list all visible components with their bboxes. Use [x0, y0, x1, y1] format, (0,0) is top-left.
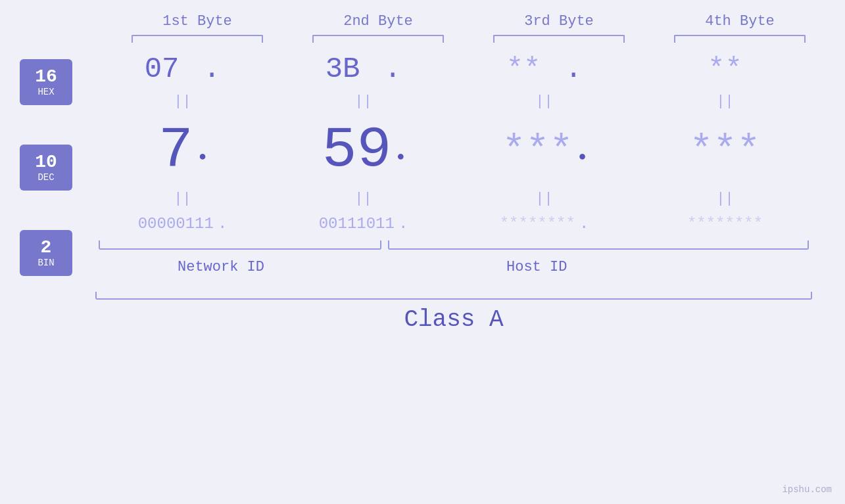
dec-num: 10	[35, 152, 57, 173]
dec-cell-1: 7 ●	[110, 118, 255, 183]
hex-label: HEX	[37, 87, 54, 97]
dec-val-2: 59	[322, 118, 392, 183]
network-id-bracket	[99, 241, 381, 250]
dec-dot-1: ●	[199, 149, 206, 164]
hex-val-2: 3B	[326, 53, 360, 85]
eq1-3: ||	[472, 93, 617, 110]
bin-cell-1: 00000111 .	[110, 215, 255, 233]
dec-dot-2: ●	[397, 149, 404, 164]
bin-dot-2: .	[398, 215, 408, 233]
dec-dot-3: ●	[579, 149, 587, 164]
byte1-header: 1st Byte	[125, 13, 270, 30]
values-area: 07 . 3B . ** . ** || || ||	[92, 46, 815, 333]
eq1-2: ||	[291, 93, 436, 110]
bin-dot-1: .	[218, 215, 227, 233]
byte4-header: 4th Byte	[667, 13, 812, 30]
eq2-2: ||	[291, 191, 436, 207]
eq1-1: ||	[110, 93, 255, 110]
dec-label: DEC	[37, 172, 54, 183]
hex-val-1: 07	[145, 53, 180, 85]
dec-val-4: ***	[689, 128, 760, 173]
bracket-byte2	[312, 35, 444, 43]
hex-cell-2: 3B .	[291, 53, 436, 85]
hex-val-3: **	[506, 53, 541, 85]
class-bracket	[95, 292, 812, 300]
bin-val-3: ********	[500, 215, 575, 233]
bin-label: BIN	[37, 258, 54, 268]
equals-row-2: || || || ||	[92, 189, 815, 208]
hex-dot-3: .	[548, 53, 583, 85]
eq2-4: ||	[653, 191, 798, 207]
bin-row: 00000111 . 00111011 . ******** . *******…	[92, 208, 815, 239]
hex-badge: 16 HEX	[20, 59, 72, 105]
dec-cell-2: 59 ●	[291, 118, 436, 183]
dec-row: 7 ● 59 ● *** ● ***	[92, 111, 815, 189]
hex-val-4: **	[708, 53, 742, 85]
bin-val-2: 00111011	[319, 215, 395, 233]
bracket-byte4	[674, 35, 806, 43]
bin-dot-3: .	[579, 215, 589, 233]
bin-val-1: 00000111	[138, 215, 214, 233]
hex-cell-4: **	[653, 53, 798, 85]
watermark: ipshu.com	[782, 484, 832, 495]
byte-headers: 1st Byte 2nd Byte 3rd Byte 4th Byte	[107, 13, 831, 30]
dec-badge: 10 DEC	[20, 145, 72, 191]
hex-dot-2: .	[367, 53, 402, 85]
bracket-byte1	[132, 35, 263, 43]
byte3-header: 3rd Byte	[487, 13, 631, 30]
equals-row-1: || || || ||	[92, 92, 815, 111]
labels-column: 16 HEX 10 DEC 2 BIN	[0, 46, 92, 276]
eq2-3: ||	[472, 191, 617, 207]
eq1-4: ||	[653, 93, 798, 110]
top-brackets	[107, 35, 831, 43]
dec-val-3: ***	[502, 128, 573, 173]
bin-cell-2: 00111011 .	[291, 215, 436, 233]
dec-cell-3: *** ●	[472, 128, 617, 173]
dec-val-1: 7	[158, 118, 193, 183]
bin-num: 2	[41, 238, 52, 258]
hex-dot-1: .	[186, 53, 221, 85]
bracket-byte3	[493, 35, 625, 43]
hex-row: 07 . 3B . ** . **	[92, 46, 815, 92]
id-labels: Network ID Host ID	[92, 259, 815, 285]
hex-cell-1: 07 .	[110, 53, 255, 85]
network-id-label: Network ID	[178, 259, 264, 275]
bin-val-4: ********	[687, 215, 763, 233]
bin-cell-3: ******** .	[472, 215, 617, 233]
id-brackets	[92, 241, 815, 254]
host-id-label: Host ID	[506, 259, 567, 275]
main-container: 1st Byte 2nd Byte 3rd Byte 4th Byte 16 H…	[0, 0, 845, 504]
bin-badge: 2 BIN	[20, 230, 72, 276]
eq2-1: ||	[110, 191, 255, 207]
bin-cell-4: ********	[653, 215, 798, 233]
hex-cell-3: ** .	[472, 53, 617, 85]
host-id-bracket	[388, 241, 809, 250]
byte2-header: 2nd Byte	[306, 13, 450, 30]
class-label: Class A	[92, 306, 815, 333]
dec-cell-4: ***	[653, 128, 798, 173]
hex-num: 16	[35, 67, 57, 87]
